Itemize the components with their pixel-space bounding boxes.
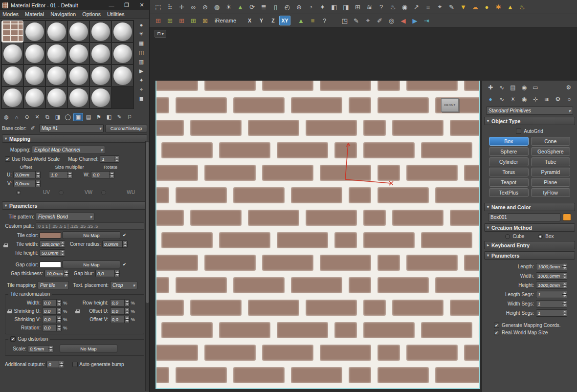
parameters-rollout-header[interactable]: ▾ Parameters (2, 201, 147, 210)
spinner[interactable] (64, 270, 68, 277)
spinner[interactable] (56, 300, 61, 306)
material-sample-slot[interactable] (45, 87, 67, 109)
material-sample-slot[interactable] (67, 65, 89, 87)
primitive-button[interactable]: Cone (531, 137, 571, 146)
material-tool-icon[interactable]: ✎ (114, 113, 124, 121)
toolbar-icon[interactable]: ⊞ (352, 1, 363, 12)
panel-tab-icon[interactable]: ⚙ (564, 83, 573, 92)
toolbar-icon[interactable]: ⊠ (200, 15, 211, 26)
material-sample-slot[interactable] (111, 43, 133, 65)
menu-item[interactable]: Utilities (107, 11, 124, 17)
randomization-field[interactable]: 0,0 (110, 299, 130, 306)
pipette-icon[interactable]: ✐ (28, 124, 38, 132)
object-type-header[interactable]: ▾ Object Type (484, 117, 575, 125)
uv-radio[interactable]: UV (16, 190, 50, 195)
size-multiplier-field[interactable]: 1,0 (49, 171, 72, 178)
material-sample-slot[interactable] (23, 65, 45, 87)
tile-mapping-dropdown[interactable]: Per tile ▾ (38, 281, 69, 289)
field-value[interactable]: 0,0 (43, 308, 56, 314)
panel-tab-icon[interactable]: ▤ (509, 83, 517, 92)
toolbar-icon[interactable]: ● (481, 1, 492, 12)
spinner[interactable] (114, 270, 119, 277)
field-value[interactable]: 1 (536, 291, 562, 298)
title-bar[interactable]: Material Editor - 01 - Default — ❐ ✕ (0, 0, 149, 10)
corner-radius-field[interactable]: 0,0mm (102, 240, 128, 248)
spinner[interactable] (35, 172, 40, 178)
material-sample-slot[interactable] (1, 87, 23, 109)
material-tool-icon[interactable]: ⊙ (22, 113, 32, 121)
field-value[interactable]: 0,0 (111, 300, 124, 306)
map-class-button[interactable]: CoronaTileMap (105, 125, 147, 132)
gap-distortion-checkbox[interactable]: ✔ (10, 336, 16, 342)
gap-color-swatch[interactable] (40, 261, 61, 268)
real-world-map-checkbox[interactable]: ✔ (494, 330, 499, 335)
spinner[interactable] (56, 316, 61, 323)
field-value[interactable]: 0,0 (111, 308, 124, 314)
material-editor-scrollbar[interactable] (145, 141, 149, 391)
toolbar-icon[interactable]: ▲ (505, 1, 516, 12)
material-sample-slot[interactable] (111, 21, 133, 43)
toolbar-icon[interactable]: ◴ (282, 1, 293, 12)
toolbar-icon[interactable]: ✛ (176, 1, 187, 12)
panel-tab-icon[interactable]: ∿ (497, 83, 506, 92)
toolbar-icon[interactable]: ◍ (211, 1, 222, 12)
tile-height-field[interactable]: 50,0mm (40, 249, 65, 257)
randomization-field[interactable]: 0,0 (42, 324, 62, 331)
spinner[interactable] (124, 300, 129, 306)
material-tool-icon[interactable]: ⚑ (94, 113, 104, 121)
material-sample-slot[interactable] (67, 21, 89, 43)
mapping-rollout-header[interactable]: ▾ Mapping (2, 134, 147, 143)
toolbar-icon[interactable]: ◧ (329, 1, 340, 12)
spinner[interactable] (124, 308, 129, 314)
toolbar-icon[interactable]: ? (319, 15, 330, 26)
toolbar-icon[interactable]: ▯ (270, 1, 281, 12)
toolbar-icon[interactable]: ◳ (339, 15, 350, 26)
lock-icon[interactable] (75, 309, 80, 313)
material-tool-icon[interactable]: ⧉ (43, 113, 52, 121)
tile-width-field[interactable]: 180,0mm (40, 240, 65, 248)
field-value[interactable]: 0,0 (43, 300, 56, 306)
field-value[interactable]: 0,0 (43, 325, 56, 331)
primitive-button[interactable]: Cylinder (489, 157, 529, 166)
gap-blur-field[interactable]: 0,0 (95, 270, 120, 277)
slot-tool-icon[interactable]: ● (136, 21, 146, 29)
material-tool-icon[interactable]: ◧ (104, 113, 114, 121)
field-value[interactable]: 0,0 (111, 316, 124, 323)
rotate-w-field[interactable]: 0,0 (91, 171, 114, 178)
wu-radio[interactable]: WU (101, 190, 135, 195)
scale-field[interactable]: 0,5mm (28, 345, 53, 352)
spinner[interactable] (35, 180, 40, 187)
category-icon[interactable]: ≋ (542, 95, 551, 104)
axis-button[interactable]: Z (267, 16, 279, 25)
spinner[interactable] (122, 241, 127, 247)
toolbar-icon[interactable]: ☀ (223, 1, 234, 12)
additional-outputs-field[interactable]: 0 (46, 361, 64, 368)
gap-distortion-map-button[interactable]: No Map (60, 345, 117, 352)
toolbar-icon[interactable]: ↗ (411, 1, 422, 12)
material-tool-icon[interactable]: ⌂ (12, 113, 22, 121)
primitive-button[interactable]: TextPlus (489, 188, 529, 197)
lock-icon[interactable] (7, 309, 12, 313)
menu-item[interactable]: Modes (2, 11, 19, 17)
box-parameters-header[interactable]: ▾ Parameters (484, 251, 575, 260)
field-value[interactable]: 1,0 (49, 172, 67, 178)
lock-icon[interactable] (3, 243, 8, 247)
material-sample-slot[interactable] (23, 43, 45, 65)
toolbar-icon[interactable]: ▲ (235, 1, 246, 12)
autogrid-checkbox[interactable] (516, 129, 521, 134)
field-value[interactable]: 0 (47, 361, 59, 368)
material-sample-slot[interactable] (1, 21, 23, 43)
slot-tool-icon[interactable]: ▦ (136, 39, 146, 47)
field-value[interactable]: 1 (536, 310, 562, 316)
toolbar-icon[interactable]: ≡ (307, 15, 318, 26)
material-sample-slot[interactable] (67, 87, 89, 109)
field-value[interactable]: 0,0 (91, 172, 109, 178)
slot-tool-icon[interactable]: ≣ (136, 95, 146, 103)
slot-tool-icon[interactable]: ✦ (136, 76, 146, 85)
spinner[interactable] (562, 310, 567, 316)
material-sample-slot[interactable] (23, 21, 45, 43)
offset-u-field[interactable]: 0,0mm (13, 171, 41, 178)
mapping-channel-dropdown[interactable]: Explicit Map Channel ▾ (32, 146, 105, 154)
toolbar-icon[interactable]: ◔ (305, 1, 316, 12)
primitive-button[interactable]: tyFlow (531, 188, 571, 197)
